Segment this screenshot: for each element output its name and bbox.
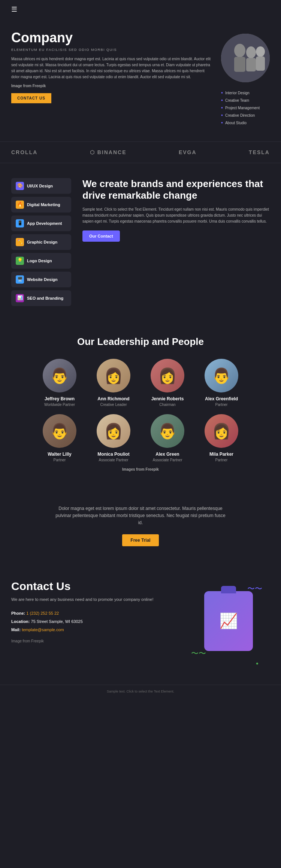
navigation: ☰ <box>0 0 281 19</box>
service-icon: ✏️ <box>16 238 24 246</box>
mail-label: Mail: <box>11 627 21 632</box>
service-label: Logo Design <box>27 258 52 263</box>
team-member: 👨Alex GreenAssociate Partner <box>143 414 192 462</box>
service-button[interactable]: ✏️Graphic Design <box>11 234 71 250</box>
person-icon: 👩 <box>158 368 177 383</box>
service-button[interactable]: 📱App Development <box>11 216 71 231</box>
team-avatar: 👨 <box>43 414 76 448</box>
our-contact-button[interactable]: Our Contact <box>82 230 120 242</box>
team-member-role: Creative Leader <box>100 403 127 407</box>
services-body: Sample text. Click to select the Text El… <box>82 207 270 224</box>
hero-list-item: Creative Direction <box>221 111 260 119</box>
services-heading: We create brands and experiences that dr… <box>82 178 270 201</box>
brand-logo: CROLLA <box>11 149 37 155</box>
service-label: Digital Marketing <box>27 202 60 207</box>
hero-right: Interior DesignCreative TeamProject Mana… <box>221 30 270 126</box>
team-avatar: 👩 <box>97 359 130 392</box>
cta-text: Dolor magna eget est lorem ipsum dolor s… <box>54 505 227 527</box>
service-icon: 🖥️ <box>16 275 24 284</box>
team-member: 👨Jeffrey BrownWorldwide Partner <box>35 359 84 407</box>
hero-content: Company ELEMENTUM EU FACILISIS SED ODIO … <box>11 30 214 103</box>
team-avatar: 👩 <box>205 414 238 448</box>
team-avatar: 👨 <box>43 359 76 392</box>
service-button[interactable]: 🖥️Website Design <box>11 272 71 287</box>
hero-list-item: Interior Design <box>221 89 260 97</box>
svg-rect-6 <box>256 56 265 71</box>
services-content: We create brands and experiences that dr… <box>82 178 270 306</box>
team-member-role: Partner <box>54 458 66 462</box>
service-icon: 💡 <box>16 257 24 265</box>
svg-rect-4 <box>246 58 256 71</box>
team-member-name: Walter Lilly <box>48 452 72 457</box>
hero-list-item: Project Management <box>221 104 260 111</box>
service-button[interactable]: 📊SEO and Branding <box>11 290 71 306</box>
hero-list-item: Creative Team <box>221 97 260 104</box>
brands-section: CROLLA⬡ BINANCEEVGATESLA <box>0 141 281 163</box>
contact-details: Phone: 1 (232) 252 55 22 Location: 75 St… <box>11 609 187 634</box>
service-icon: 📱 <box>16 219 24 227</box>
person-icon: 👩 <box>104 424 123 438</box>
team-member-name: Jeffrey Brown <box>45 396 75 401</box>
team-member-name: Alex Green <box>155 452 179 457</box>
location-label: Location: <box>11 619 30 624</box>
hero-image <box>221 34 270 82</box>
team-member: 👩Mila ParkerPartner <box>197 414 246 462</box>
contact-title: Contact Us <box>11 580 187 593</box>
cta-section: Dolor magna eget est lorem ipsum dolor s… <box>0 486 281 565</box>
team-member-role: Partner <box>215 458 228 462</box>
team-credit: Images from Freepik <box>11 467 270 471</box>
mail-address: template@sample.com <box>22 627 64 632</box>
contact-credit: Image from Freepik <box>11 639 187 643</box>
clipboard-illustration: 📈 <box>204 591 253 651</box>
contact-info-block: Contact Us We are here to meet any busin… <box>11 580 187 644</box>
team-avatar: 👩 <box>97 414 130 448</box>
services-section: 🎨UI/UX Design🔥Digital Marketing📱App Deve… <box>0 163 281 321</box>
hero-title: Company <box>11 30 214 46</box>
service-button[interactable]: 🔥Digital Marketing <box>11 197 71 213</box>
hero-list: Interior DesignCreative TeamProject Mana… <box>221 89 260 126</box>
person-icon: 👩 <box>104 368 123 383</box>
team-member-name: Mila Parker <box>209 452 233 457</box>
service-button[interactable]: 🎨UI/UX Design <box>11 178 71 194</box>
svg-rect-2 <box>234 57 245 72</box>
phone-number: 1 (232) 252 55 22 <box>26 611 59 615</box>
contact-button[interactable]: CONTACT US <box>11 93 51 103</box>
hero-list-item: About Studio <box>221 119 260 126</box>
svg-point-1 <box>234 44 245 57</box>
service-label: Website Design <box>27 277 58 282</box>
leadership-title: Our Leadership and People <box>11 336 270 348</box>
team-avatar: 👨 <box>205 359 238 392</box>
hero-section: Company ELEMENTUM EU FACILISIS SED ODIO … <box>0 19 281 141</box>
team-avatar: 👨 <box>151 414 184 448</box>
brand-logo: EVGA <box>179 149 197 155</box>
team-member: 👨Alex GreenfieldPartner <box>197 359 246 407</box>
team-member-role: Partner <box>215 403 228 407</box>
person-icon: 👩 <box>212 424 231 438</box>
contact-description: We are here to meet any business need an… <box>11 596 187 603</box>
team-grid: 👨Jeffrey BrownWorldwide Partner👩Ann Rich… <box>11 359 270 462</box>
team-member-name: Jennie Roberts <box>151 396 184 401</box>
person-icon: 👨 <box>158 424 177 438</box>
service-icon: 🎨 <box>16 182 24 190</box>
hamburger-icon[interactable]: ☰ <box>11 6 17 13</box>
team-member-role: Chairman <box>159 403 175 407</box>
team-member: 👩Monica PouliotAssociate Partner <box>89 414 138 462</box>
hero-subtitle: ELEMENTUM EU FACILISIS SED ODIO MORBI QU… <box>11 48 214 52</box>
phone-label: Phone: <box>11 611 25 615</box>
service-button[interactable]: 💡Logo Design <box>11 253 71 269</box>
chart-icon: 📈 <box>219 612 238 630</box>
person-icon: 👨 <box>212 368 231 383</box>
squiggle-decoration-2: 〜〜 <box>191 648 206 658</box>
brand-logo: TESLA <box>249 149 270 155</box>
svg-point-5 <box>256 46 265 57</box>
brand-logo: ⬡ BINANCE <box>90 149 127 155</box>
team-member-name: Monica Pouliot <box>97 452 129 457</box>
team-member: 👩Ann RichmondCreative Leader <box>89 359 138 407</box>
clipboard-top <box>221 586 236 593</box>
location-address: 75 Street Sample, WI 63025 <box>31 619 83 624</box>
team-member-name: Alex Greenfield <box>205 396 238 401</box>
service-icon: 🔥 <box>16 201 24 209</box>
team-member-name: Ann Richmond <box>97 396 129 401</box>
leadership-section: Our Leadership and People 👨Jeffrey Brown… <box>0 321 281 486</box>
free-trial-button[interactable]: Free Trial <box>122 534 158 546</box>
